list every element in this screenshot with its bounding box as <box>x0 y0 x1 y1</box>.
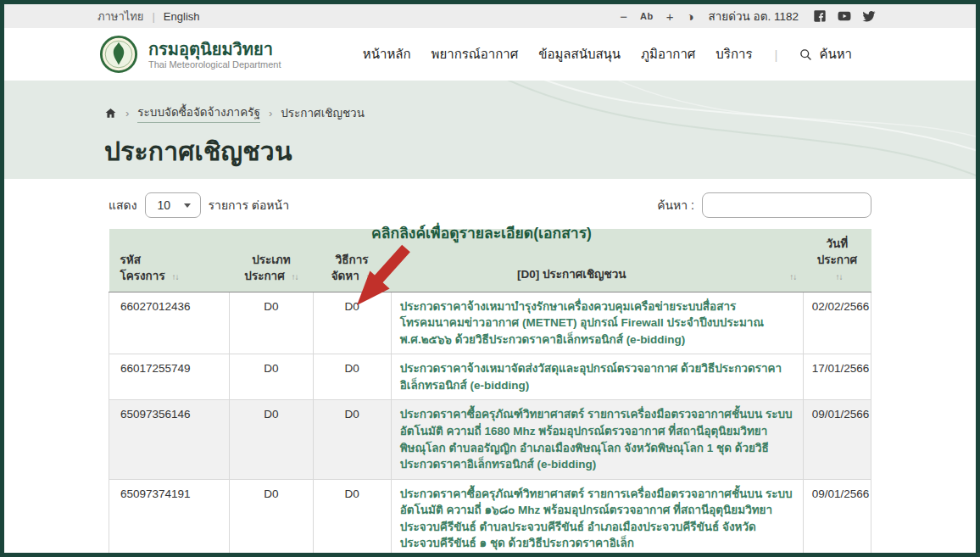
table-row: 65097374191D0D0ประกวดราคาซื้อครุภัณฑ์วิท… <box>109 479 871 557</box>
cell-publish-date: 17/01/2566 <box>803 354 871 400</box>
header-label: [D0] ประกาศเชิญชวน <box>517 268 626 281</box>
table-search-input[interactable] <box>702 192 871 218</box>
brand-logo-block[interactable]: กรมอุตุนิยมวิทยา Thai Meteorological Dep… <box>99 35 281 74</box>
per-page-label: รายการ ต่อหน้า <box>209 196 290 214</box>
header-label: ประกาศ <box>244 270 284 282</box>
breadcrumb-procurement-link[interactable]: ระบบจัดซื้อจัดจ้างภาครัฐ <box>137 103 260 123</box>
breadcrumb-separator: › <box>269 107 272 120</box>
cell-project-code: 65097374191 <box>109 479 230 557</box>
cell-procure-method: D0 <box>313 292 391 354</box>
sort-icon[interactable]: ↑↓ <box>292 272 298 281</box>
page-title: ประกาศเชิญชวน <box>104 131 976 171</box>
header-label: วันที่ <box>827 237 849 250</box>
cell-project-code: 66027012436 <box>109 292 230 354</box>
breadcrumb-current: ประกาศเชิญชวน <box>281 103 365 122</box>
sort-icon[interactable]: ↑↓ <box>171 272 178 281</box>
search-label: ค้นหา <box>819 44 852 64</box>
page-size-value: 10 <box>158 198 171 212</box>
table-row: 65097356146D0D0ประกวดราคาซื้อครุภัณฑ์วิท… <box>109 400 871 479</box>
table-controls: แสดง 10 รายการ ต่อหน้า ค้นหา : <box>109 192 871 218</box>
header-label: รหัส <box>120 253 141 266</box>
header-label: วิธีการ <box>336 253 369 266</box>
site-search-button[interactable]: ค้นหา <box>799 44 852 64</box>
nav-forecast[interactable]: พยากรณ์อากาศ <box>432 44 519 64</box>
announcement-link[interactable]: ประกวดราคาจ้างเหมาจัดส่งวัสดุและอุปกรณ์ต… <box>400 360 794 393</box>
header-label: จัดหา <box>331 270 359 282</box>
org-name-english: Thai Meteorological Department <box>148 59 281 70</box>
cell-announcement: ประกวดราคาซื้อครุภัณฑ์วิทยาศาสตร์ รายการ… <box>391 400 803 479</box>
cell-announce-type: D0 <box>230 292 313 354</box>
column-header-announce-type[interactable]: ประเภท ประกาศ ↑↓ <box>230 229 313 292</box>
column-header-project-code[interactable]: รหัส โครงการ ↑↓ <box>109 229 230 292</box>
department-seal-icon <box>99 35 138 74</box>
divider: | <box>152 10 154 23</box>
table-search-label: ค้นหา : <box>657 196 694 214</box>
sort-icon[interactable]: ↑↓ <box>789 271 796 283</box>
breadcrumb: › ระบบจัดซื้อจัดจ้างภาครัฐ › ประกาศเชิญช… <box>104 103 976 123</box>
utility-bar: ภาษาไทย | English − Ab + ◑ สายด่วน อต. 1… <box>4 4 976 28</box>
cell-procure-method: D0 <box>313 400 391 479</box>
lang-english-link[interactable]: English <box>164 10 200 23</box>
announcement-link[interactable]: ประกวดราคาซื้อครุภัณฑ์วิทยาศาสตร์ รายการ… <box>400 486 794 552</box>
sort-icon[interactable]: ↑↓ <box>835 272 842 281</box>
cell-procure-method: D0 <box>313 354 391 400</box>
font-size-icon[interactable]: Ab <box>640 11 654 21</box>
divider: | <box>774 47 777 62</box>
search-icon <box>799 48 812 61</box>
cell-announce-type: D0 <box>230 400 313 479</box>
org-name-thai: กรมอุตุนิยมวิทยา <box>148 40 281 59</box>
show-label: แสดง <box>109 196 137 214</box>
cell-publish-date: 09/01/2566 <box>803 400 871 479</box>
facebook-icon[interactable] <box>813 9 827 23</box>
youtube-icon[interactable] <box>838 9 851 23</box>
cell-announcement: ประกวดราคาจ้างเหมาบำรุงรักษาเครื่องควบคุ… <box>391 292 803 354</box>
cell-announcement: ประกวดราคาจ้างเหมาจัดส่งวัสดุและอุปกรณ์ต… <box>391 354 803 400</box>
header-label: โครงการ <box>120 270 165 282</box>
site-header: กรมอุตุนิยมวิทยา Thai Meteorological Dep… <box>4 28 976 81</box>
nav-climate[interactable]: ภูมิอากาศ <box>641 44 695 64</box>
breadcrumb-separator: › <box>125 107 129 120</box>
sort-icon[interactable]: ↑↓ <box>366 272 373 281</box>
contrast-toggle-icon[interactable]: ◑ <box>686 9 693 24</box>
header-label: ประกาศ <box>817 253 857 266</box>
table-row: 66027012436D0D0ประกวดราคาจ้างเหมาบำรุงรั… <box>109 292 871 354</box>
twitter-icon[interactable] <box>862 9 876 23</box>
cell-publish-date: 09/01/2566 <box>803 479 871 557</box>
nav-services[interactable]: บริการ <box>716 44 752 64</box>
hotline-label: สายด่วน อต. 1182 <box>709 7 799 25</box>
page-size-select[interactable]: 10 <box>145 192 201 218</box>
nav-home[interactable]: หน้าหลัก <box>363 44 411 64</box>
cell-project-code: 65097356146 <box>109 400 230 479</box>
cell-project-code: 66017255749 <box>109 354 230 400</box>
main-navigation: หน้าหลัก พยากรณ์อากาศ ข้อมูลสนับสนุน ภูม… <box>363 44 852 64</box>
cell-announce-type: D0 <box>230 479 313 557</box>
nav-support-data[interactable]: ข้อมูลสนับสนุน <box>538 44 621 64</box>
hero-band: › ระบบจัดซื้อจัดจ้างภาครัฐ › ประกาศเชิญช… <box>4 81 976 179</box>
header-label: ประเภท <box>252 253 290 266</box>
announcement-link[interactable]: ประกวดราคาจ้างเหมาบำรุงรักษาเครื่องควบคุ… <box>400 298 794 348</box>
cell-announcement: ประกวดราคาซื้อครุภัณฑ์วิทยาศาสตร์ รายการ… <box>391 479 803 557</box>
chevron-down-icon <box>184 203 191 208</box>
announcements-table: รหัส โครงการ ↑↓ ประเภท ประกาศ ↑↓ วิธีการ… <box>109 229 871 557</box>
cell-procure-method: D0 <box>313 479 391 557</box>
cell-announce-type: D0 <box>230 354 313 400</box>
column-header-date[interactable]: วันที่ ประกาศ ↑↓ <box>803 229 871 292</box>
annotation-click-link-hint: คลิกลิงค์เพื่อดูรายละเอียด(เอกสาร) <box>354 221 609 245</box>
home-icon[interactable] <box>104 107 117 120</box>
font-decrease-button[interactable]: − <box>620 9 627 24</box>
table-row: 66017255749D0D0ประกวดราคาจ้างเหมาจัดส่งว… <box>109 354 871 400</box>
lang-thai-link[interactable]: ภาษาไทย <box>97 8 143 25</box>
cell-publish-date: 02/02/2566 <box>803 292 871 354</box>
announcement-link[interactable]: ประกวดราคาซื้อครุภัณฑ์วิทยาศาสตร์ รายการ… <box>400 406 794 472</box>
page: ภาษาไทย | English − Ab + ◑ สายด่วน อต. 1… <box>0 0 980 557</box>
font-increase-button[interactable]: + <box>666 9 674 24</box>
